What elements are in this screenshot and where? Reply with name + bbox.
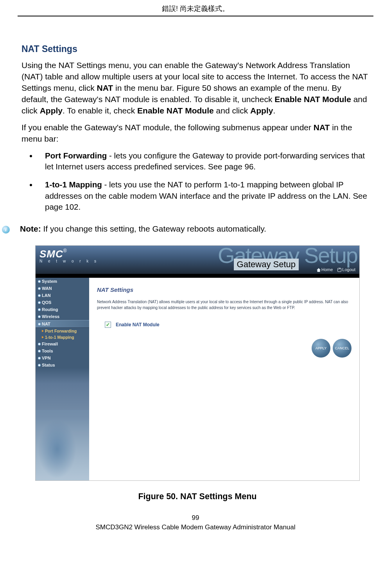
bold: NAT <box>314 123 330 132</box>
panel-description: Network Address Translation (NAT) allows… <box>97 299 352 311</box>
bullet-icon <box>38 280 41 283</box>
bullet-icon <box>38 350 41 352</box>
bullet-icon <box>38 357 41 360</box>
text: If you change this setting, the Gateway … <box>41 224 266 233</box>
sidebar-item-wan[interactable]: WAN <box>36 285 89 292</box>
bullet-item-2: 1-to-1 Mapping - lets you use the NAT to… <box>37 179 369 212</box>
triangle-icon <box>42 336 44 338</box>
sidebar-item-nat[interactable]: NAT <box>36 320 89 328</box>
logout-link[interactable]: Logout <box>337 267 355 272</box>
section-title: NAT Settings <box>22 44 369 54</box>
panel-title: NAT Settings <box>97 286 352 293</box>
cancel-button[interactable]: CANCEL <box>333 339 352 358</box>
logout-icon <box>337 268 341 272</box>
bold: Note: <box>20 224 41 233</box>
main-panel: NAT Settings Network Address Translation… <box>89 278 359 480</box>
sidebar-item-qos[interactable]: QOS <box>36 299 89 306</box>
check-icon: ✓ <box>106 322 110 327</box>
bold: 1-to-1 Mapping <box>45 180 102 189</box>
bold: Port Forwarding <box>45 151 107 160</box>
bold: NAT <box>97 83 113 92</box>
bullet-icon <box>38 364 41 367</box>
smc-logo: SMC® N e t w o r k s <box>39 248 99 263</box>
text: and click <box>214 106 250 115</box>
bullet-icon <box>38 323 41 325</box>
bold: Enable NAT Module <box>137 106 214 115</box>
bullet-icon <box>38 315 41 318</box>
sidebar-sub-1to1[interactable]: 1-to-1 Mapping <box>36 334 89 340</box>
sidebar-item-lan[interactable]: LAN <box>36 292 89 299</box>
apply-button[interactable]: APPLY <box>312 339 330 358</box>
black-bar <box>36 274 359 278</box>
screenshot-header: SMC® N e t w o r k s Gateway Setup Gatew… <box>36 246 359 274</box>
page-number: 99 <box>0 514 391 522</box>
header-rule <box>18 16 373 16</box>
triangle-icon <box>42 330 44 332</box>
bold: Apply <box>40 106 63 115</box>
bullet-icon <box>38 343 41 345</box>
figure-caption: Figure 50. NAT Settings Menu <box>35 492 360 502</box>
registered-mark: ® <box>63 248 67 254</box>
sidebar-item-vpn[interactable]: VPN <box>36 354 89 361</box>
sidebar: System WAN LAN QOS Routing Wireless NAT … <box>36 278 89 480</box>
bullet-item-1: Port Forwarding - lets you configure the… <box>37 150 369 173</box>
bold: Enable NAT Module <box>274 95 351 104</box>
info-icon: i <box>2 226 10 234</box>
home-icon <box>317 268 321 272</box>
text: If you enable the Gateway's NAT module, … <box>22 123 314 132</box>
note: i Note: If you change this setting, the … <box>2 224 369 234</box>
paragraph-1: Using the NAT Settings menu, you can ena… <box>22 60 369 117</box>
bold: Apply <box>250 106 273 115</box>
logo-text: SMC <box>39 248 63 260</box>
page-header-error: 錯誤! 尚未定義樣式。 <box>0 0 391 16</box>
bullet-list: Port Forwarding - lets you configure the… <box>22 150 369 212</box>
page-footer: 99 SMCD3GN2 Wireless Cable Modem Gateway… <box>0 514 391 539</box>
bullet-icon <box>38 308 41 311</box>
sidebar-item-system[interactable]: System <box>36 278 89 285</box>
text: . To enable it, check <box>63 106 137 115</box>
sidebar-item-wireless[interactable]: Wireless <box>36 313 89 320</box>
sidebar-item-routing[interactable]: Routing <box>36 306 89 313</box>
bullet-icon <box>38 301 41 304</box>
enable-nat-checkbox[interactable]: ✓ <box>105 322 111 328</box>
logo-subtext: N e t w o r k s <box>39 259 99 263</box>
sidebar-item-firewall[interactable]: Firewall <box>36 340 89 347</box>
sidebar-item-status[interactable]: Status <box>36 361 89 369</box>
text: . <box>273 106 275 115</box>
sidebar-illustration <box>36 410 89 480</box>
gateway-overlay-text: Gateway Setup <box>234 259 299 270</box>
paragraph-2: If you enable the Gateway's NAT module, … <box>22 122 369 145</box>
sidebar-sub-port-forwarding[interactable]: Port Forwarding <box>36 328 89 334</box>
footer-title: SMCD3GN2 Wireless Cable Modem Gateway Ad… <box>95 523 295 531</box>
sidebar-item-tools[interactable]: Tools <box>36 347 89 354</box>
figure-screenshot: SMC® N e t w o r k s Gateway Setup Gatew… <box>35 245 360 481</box>
bullet-icon <box>38 294 41 297</box>
home-link[interactable]: Home <box>317 267 333 272</box>
enable-nat-label: Enable NAT Module <box>116 322 160 327</box>
bullet-icon <box>38 287 41 290</box>
